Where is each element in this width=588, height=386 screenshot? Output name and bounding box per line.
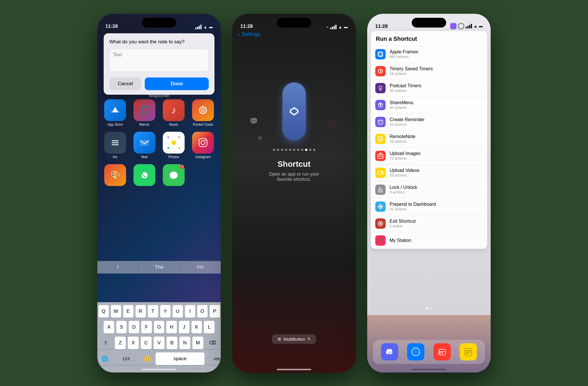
key-delete[interactable]: ⌫ [205,337,220,349]
shortcut-item-appleframes[interactable]: Apple Frames 665 actions [371,46,487,63]
key-l[interactable]: L [204,321,214,333]
key-b[interactable]: B [167,337,177,349]
app-item-ire[interactable]: lire [102,132,128,159]
key-z[interactable]: Z [115,337,126,349]
svg-point-8 [171,140,176,145]
key-return[interactable]: return [206,352,221,365]
alert-text-input[interactable] [109,49,209,72]
shortcut-pill [283,83,305,140]
svg-point-61 [439,352,440,353]
sl-icon-lockunlock [375,185,386,195]
app-item-appstore[interactable]: App Store [102,99,128,127]
alert-buttons: Cancel Done [109,77,209,90]
sl-name-lockunlock: Lock / Unlock [390,185,483,190]
key-a[interactable]: A [104,321,114,333]
status-time-1: 11:28 [105,24,118,29]
predictive-word-2[interactable]: The [139,262,180,272]
dock-icon-reminders[interactable] [434,343,451,360]
home-indicator-3 [412,369,446,370]
app-label-pocketcasts: Pocket Casts [193,123,213,127]
shortcut-item-lockunlock[interactable]: Lock / Unlock 3 actions [371,181,487,198]
dock-icon-notes[interactable] [460,343,477,360]
key-d[interactable]: D [129,321,139,333]
multibutton-control[interactable]: ⊞ MultiButton ⇅ [272,334,316,344]
sl-name-sharemenu: ShareMenu [390,100,483,105]
key-numbers[interactable]: 123 [113,352,139,365]
key-e[interactable]: E [123,305,134,318]
app-item-photos[interactable]: Photos [160,132,187,159]
keyboard-row-4: 🌐 123 🙂 space return 🎤 [98,352,220,365]
shortcut-item-podcast[interactable]: Podcast Timers 30 actions [371,80,487,97]
key-q[interactable]: Q [98,305,109,318]
key-x[interactable]: X [128,337,139,349]
sl-text-prepend: Prepend to Dashboard 41 actions [390,202,483,211]
dock [373,340,485,364]
shortcut-item-prepend[interactable]: Prepend to Dashboard 41 actions [371,198,487,215]
key-w[interactable]: W [111,305,121,318]
run-shortcut-title: Run a Shortcut [371,31,487,46]
shortcut-item-timery[interactable]: Timery Saved Timers 18 actions [371,63,487,80]
app-icon-music: ♪ [163,99,185,121]
app-item-marvis[interactable]: 🎵 Marvis [131,99,158,127]
app-item-pocketcasts[interactable]: Pocket Casts [190,99,216,127]
multibutton-label: MultiButton [283,337,305,342]
app-item-instagram[interactable]: Instagram [190,132,216,159]
key-o[interactable]: O [197,305,208,318]
key-f[interactable]: F [141,321,152,333]
app-label-music: Music [169,123,178,127]
app-item-messages[interactable]: 8 [160,164,187,187]
sl-icon-uploadvideos [375,168,386,178]
svg-line-27 [380,71,381,72]
app-label-ire: lire [113,155,117,159]
dock-icon-discord[interactable] [381,343,398,360]
svg-point-12 [177,146,180,149]
keyboard-row-2: A S D F G H J K L [98,321,220,333]
settings-header[interactable]: ‹ Settings [238,31,260,38]
sl-actions-uploadvideos: 53 actions [390,173,483,177]
key-j[interactable]: J [179,321,189,333]
key-h[interactable]: H [166,321,177,333]
key-s[interactable]: S [116,321,127,333]
app-item-mail[interactable]: Mail [131,132,158,159]
predictive-word-1[interactable]: I [97,262,139,272]
app-item-whatsapp[interactable] [131,164,158,187]
key-globe[interactable]: 🌐 [98,352,111,365]
sl-name-podcast: Podcast Timers [390,83,483,88]
key-emoji[interactable]: 🙂 [141,352,154,365]
cancel-button[interactable]: Cancel [109,77,141,90]
key-shift[interactable]: ⇧ [98,337,113,349]
key-t[interactable]: T [148,305,158,318]
key-c[interactable]: C [141,337,152,349]
sl-actions-uploadimages: 72 actions [390,156,483,160]
key-m[interactable]: M [192,337,203,349]
done-button[interactable]: Done [145,77,209,90]
key-i[interactable]: I [185,305,195,318]
dock-icon-safari[interactable] [407,343,424,360]
shortcut-item-uploadvideos[interactable]: Upload Videos 53 actions [371,164,487,181]
key-k[interactable]: K [192,321,202,333]
predictive-word-3[interactable]: I'm [180,262,221,272]
shortcut-item-reminder[interactable]: Create Reminder 10 actions [371,114,487,131]
shortcut-item-sharemenu[interactable]: ShareMenu 40 actions [371,97,487,114]
key-g[interactable]: G [154,321,165,333]
alert-question: What do you want the note to say? [109,39,209,45]
key-u[interactable]: U [173,305,183,318]
key-r[interactable]: R [136,305,146,318]
sl-name-timery: Timery Saved Timers [390,66,483,71]
shortcut-title: Shortcut [277,160,310,169]
key-p[interactable]: P [210,305,220,318]
app-item-mixed[interactable]: 🎨 [102,164,128,187]
app-item-music[interactable]: ♪ Music [160,99,187,127]
shortcut-item-uploadimages[interactable]: Upload Images 72 actions [371,148,487,164]
dot-8 [301,149,303,151]
shortcut-item-exit[interactable]: Exit Shortcut 1 action [371,215,487,232]
key-v[interactable]: V [154,337,165,349]
key-y[interactable]: Y [160,305,171,318]
sl-icon-reminder [375,117,386,127]
key-n[interactable]: N [179,337,190,349]
svg-point-10 [177,136,180,139]
shortcut-item-mystation[interactable]: 🎵 My Station [371,232,487,249]
messages-badge: 8 [180,164,185,169]
key-space[interactable]: space [156,352,204,365]
shortcut-item-remotenote[interactable]: RemoteNote 28 actions [371,131,487,148]
